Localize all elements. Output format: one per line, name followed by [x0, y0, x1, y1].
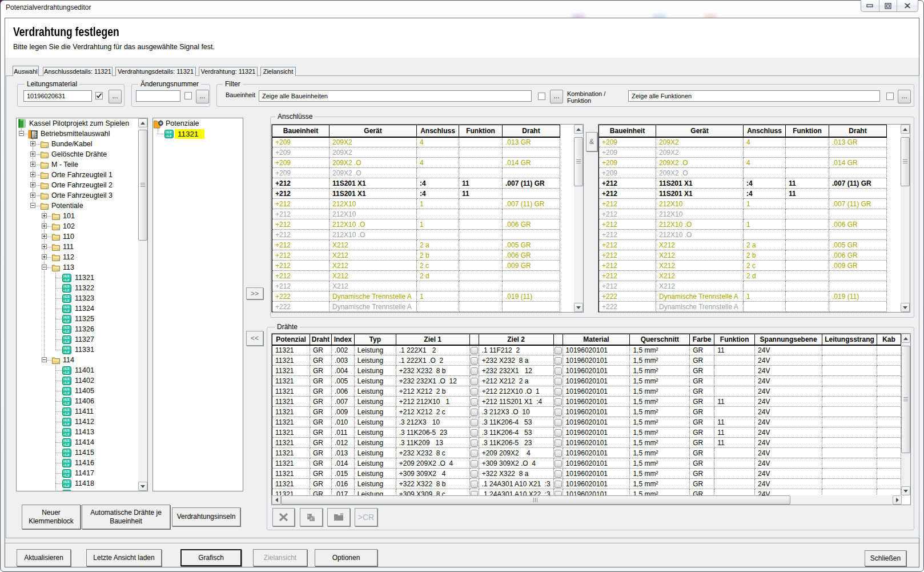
- svg-text:L2: L2: [65, 463, 70, 467]
- svg-text:L1: L1: [65, 429, 70, 432]
- svg-text:L2: L2: [65, 433, 70, 436]
- svg-text:L2: L2: [65, 371, 70, 374]
- svg-text:L1: L1: [65, 398, 70, 401]
- svg-text:L2: L2: [65, 474, 70, 477]
- svg-text:L1: L1: [65, 490, 70, 491]
- svg-text:L1: L1: [65, 470, 70, 473]
- svg-text:L1: L1: [65, 315, 70, 319]
- svg-text:L1: L1: [65, 459, 70, 463]
- svg-text:L1: L1: [65, 377, 70, 381]
- svg-text:L1: L1: [65, 295, 70, 298]
- svg-text:L1: L1: [65, 326, 70, 329]
- svg-text:L1: L1: [65, 274, 70, 278]
- svg-text:L2: L2: [167, 134, 172, 138]
- svg-text:L2: L2: [65, 484, 70, 487]
- svg-text:L1: L1: [167, 130, 172, 134]
- svg-text:L1: L1: [65, 305, 70, 309]
- svg-text:L2: L2: [65, 340, 70, 343]
- svg-text:L2: L2: [65, 453, 70, 457]
- svg-text:L2: L2: [65, 330, 70, 333]
- svg-text:F: F: [308, 514, 310, 518]
- svg-text:L1: L1: [65, 336, 70, 339]
- svg-text:L2: L2: [65, 412, 70, 415]
- svg-text:F: F: [311, 517, 312, 521]
- svg-text:L1: L1: [65, 408, 70, 411]
- svg-text:L2: L2: [65, 350, 70, 354]
- svg-text:L1: L1: [65, 418, 70, 422]
- svg-text:L2: L2: [65, 381, 70, 385]
- svg-text:L1: L1: [65, 449, 70, 453]
- svg-text:L1: L1: [65, 480, 70, 483]
- svg-text:L1: L1: [65, 439, 70, 442]
- svg-text:L1: L1: [65, 346, 70, 350]
- svg-text:L2: L2: [65, 299, 70, 302]
- svg-text:L2: L2: [65, 289, 70, 292]
- svg-text:L2: L2: [65, 278, 70, 282]
- svg-text:L2: L2: [65, 422, 70, 426]
- svg-text:L2: L2: [65, 443, 70, 446]
- svg-text:L2: L2: [65, 309, 70, 313]
- svg-text:L2: L2: [65, 319, 70, 323]
- svg-text:L2: L2: [65, 391, 70, 395]
- svg-text:L1: L1: [65, 285, 70, 288]
- svg-text:L1: L1: [65, 367, 70, 370]
- svg-text:L1: L1: [65, 387, 70, 391]
- svg-text:L2: L2: [65, 402, 70, 405]
